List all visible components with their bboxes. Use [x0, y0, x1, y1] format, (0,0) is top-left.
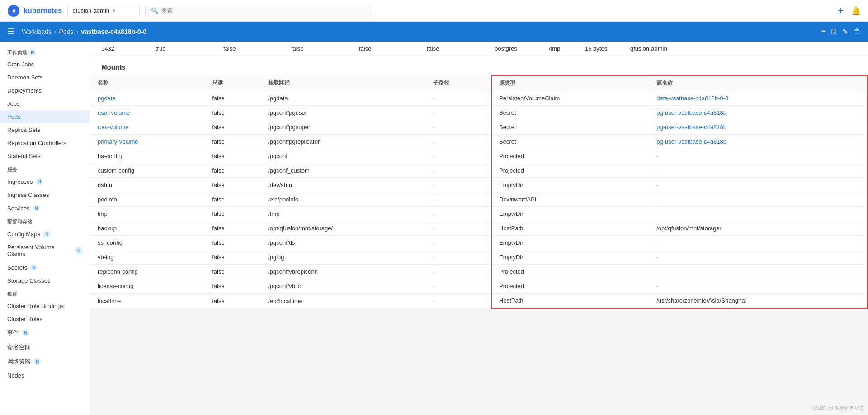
sidebar-item-ingresses[interactable]: Ingresses N — [0, 175, 90, 188]
cell-subpath: - — [426, 106, 491, 120]
fullscreen-icon[interactable]: ⊡ — [831, 28, 837, 36]
sidebar-item-nodes[interactable]: Nodes — [0, 369, 90, 382]
source-link[interactable]: pg-user-vastbase-c4a818b — [656, 109, 726, 116]
list-view-icon[interactable]: ≡ — [821, 28, 826, 36]
source-link[interactable]: pg-user-vastbase-c4a818b — [656, 138, 726, 145]
cell-sourcename: - — [649, 163, 867, 178]
col2-value: true — [156, 45, 223, 52]
secrets-badge: N — [30, 264, 38, 271]
cell-sourcetype: EmptyDir — [491, 207, 650, 221]
cell-sourcename: pg-user-vastbase-c4a818b — [649, 120, 867, 135]
sidebar-item-pods[interactable]: Pods — [0, 110, 90, 123]
breadcrumb-workloads[interactable]: Workloads — [22, 28, 52, 35]
pvc-badge: N — [75, 247, 83, 254]
table-row: root-volumefalse/pgconf/pgsuper-Secretpg… — [90, 120, 868, 135]
source-link[interactable]: pg-user-vastbase-c4a818b — [656, 124, 726, 131]
cell-sourcetype: Secret — [491, 106, 650, 120]
sidebar-label: Services — [7, 205, 30, 212]
col-header-sourcetype: 源类型 — [491, 75, 650, 91]
cell-subpath: - — [426, 192, 491, 207]
sidebar-label: Secrets — [7, 264, 27, 271]
name-link[interactable]: root-volume — [98, 124, 129, 131]
cell-subpath: - — [426, 221, 491, 236]
table-row: custom-configfalse/pgconf_custom-Project… — [90, 163, 868, 178]
source-link[interactable]: data-vastbase-c4a818b-0-0 — [656, 95, 728, 102]
breadcrumb-bar: ☰ Workloads › Pods › vastbase-c4a818b-0-… — [0, 22, 868, 42]
cell-subpath: - — [426, 178, 491, 192]
cell-readonly: false — [205, 120, 261, 135]
name-link[interactable]: pgdata — [98, 95, 116, 102]
sidebar-section-namespaces: 命名空间 — [0, 340, 90, 354]
cell-mountpath: /pgconf_custom — [261, 163, 426, 178]
notification-icon[interactable]: 🔔 — [851, 6, 861, 16]
name-link[interactable]: primary-volume — [98, 138, 138, 145]
sidebar: 工作负载 N Cron Jobs Daemon Sets Deployments… — [0, 42, 90, 415]
sidebar-item-replicasets[interactable]: Replica Sets — [0, 123, 90, 136]
sidebar-item-namespaces[interactable]: 命名空间 — [0, 340, 90, 354]
sidebar-item-clusterrolebindings[interactable]: Cluster Role Bindings — [0, 299, 90, 312]
cell-sourcetype: Secret — [491, 135, 650, 149]
cell-readonly: false — [205, 279, 261, 294]
table-row: podinfofalse/etc/podinfo-DownwardAPI- — [90, 192, 868, 207]
namespace-selector[interactable]: qfusion-admin ▾ — [67, 5, 140, 16]
cell-sourcetype: PersistentVolumeClaim — [491, 91, 650, 106]
sidebar-item-pvc[interactable]: Persistent Volume Claims N — [0, 241, 90, 261]
cell-sourcetype: HostPath — [491, 294, 650, 308]
sidebar-item-secrets[interactable]: Secrets N — [0, 261, 90, 274]
search-box[interactable]: 🔍 — [145, 5, 371, 16]
sidebar-section-workloads: 工作负载 N Cron Jobs Daemon Sets Deployments… — [0, 45, 90, 163]
sidebar-label: 命名空间 — [7, 343, 31, 351]
layout: 工作负载 N Cron Jobs Daemon Sets Deployments… — [0, 42, 868, 415]
table-row: replconn-configfalse/pgconf/vbreplconn-P… — [90, 265, 868, 279]
port-row: 5432 true false false false false postgr… — [90, 42, 868, 56]
table-row: ssl-configfalse/pgconf/tls-EmptyDir- — [90, 236, 868, 250]
chevron-down-icon: ▾ — [112, 7, 115, 14]
svg-text:⎈: ⎈ — [12, 8, 16, 14]
sidebar-item-replicationcontrollers[interactable]: Replication Controllers — [0, 136, 90, 149]
configmaps-badge: N — [43, 230, 51, 238]
cell-sourcename: - — [649, 178, 867, 192]
delete-icon[interactable]: 🗑 — [854, 28, 861, 36]
search-icon: 🔍 — [151, 7, 158, 14]
sidebar-item-statefulsets[interactable]: Stateful Sets — [0, 149, 90, 163]
cell-sourcetype: DownwardAPI — [491, 192, 650, 207]
sidebar-item-services[interactable]: Services N — [0, 201, 90, 215]
sidebar-item-deployments[interactable]: Deployments — [0, 84, 90, 97]
breadcrumb: Workloads › Pods › vastbase-c4a818b-0-0 — [22, 28, 146, 35]
sidebar-label: Persistent Volume Claims — [7, 244, 72, 257]
sidebar-item-jobs[interactable]: Jobs — [0, 97, 90, 110]
sidebar-item-networkpolicy[interactable]: 网络策略 N — [0, 354, 90, 369]
cell-sourcetype: Secret — [491, 120, 650, 135]
cell-subpath: - — [426, 135, 491, 149]
hamburger-icon[interactable]: ☰ — [7, 27, 14, 37]
cell-readonly: false — [205, 207, 261, 221]
cell-sourcetype: Projected — [491, 279, 650, 294]
sidebar-item-storageclasses[interactable]: Storage Classes — [0, 274, 90, 287]
sidebar-item-configmaps[interactable]: Config Maps N — [0, 227, 90, 241]
name-link[interactable]: user-volume — [98, 109, 130, 116]
cell-name: localtime — [90, 294, 205, 308]
add-button[interactable]: + — [838, 5, 844, 17]
sidebar-item-ingressclasses[interactable]: Ingress Classes — [0, 188, 90, 201]
col7-value: postgres — [495, 45, 549, 52]
sidebar-item-cronjobs[interactable]: Cron Jobs — [0, 58, 90, 71]
breadcrumb-pods[interactable]: Pods — [59, 28, 74, 35]
cell-mountpath: /dev/shm — [261, 178, 426, 192]
sidebar-item-events[interactable]: 事件 N — [0, 326, 90, 340]
edit-icon[interactable]: ✎ — [842, 28, 848, 36]
sidebar-item-clusterroles[interactable]: Cluster Roles — [0, 312, 90, 326]
breadcrumb-sep-1: › — [54, 28, 57, 35]
watermark: CSDN @ 喝醉酒的小白 — [813, 405, 864, 411]
search-input[interactable] — [161, 7, 365, 14]
cell-subpath: - — [426, 207, 491, 221]
breadcrumb-actions: ≡ ⊡ ✎ 🗑 — [821, 28, 861, 36]
sidebar-item-daemonsets[interactable]: Daemon Sets — [0, 71, 90, 84]
cell-sourcename: - — [649, 149, 867, 163]
table-row: tmpfalse/tmp-EmptyDir- — [90, 207, 868, 221]
sidebar-label: Nodes — [7, 372, 24, 379]
cell-readonly: false — [205, 192, 261, 207]
sidebar-label: Ingresses — [7, 178, 33, 185]
cell-subpath: - — [426, 149, 491, 163]
cell-readonly: false — [205, 294, 261, 308]
col5-value: false — [359, 45, 427, 52]
